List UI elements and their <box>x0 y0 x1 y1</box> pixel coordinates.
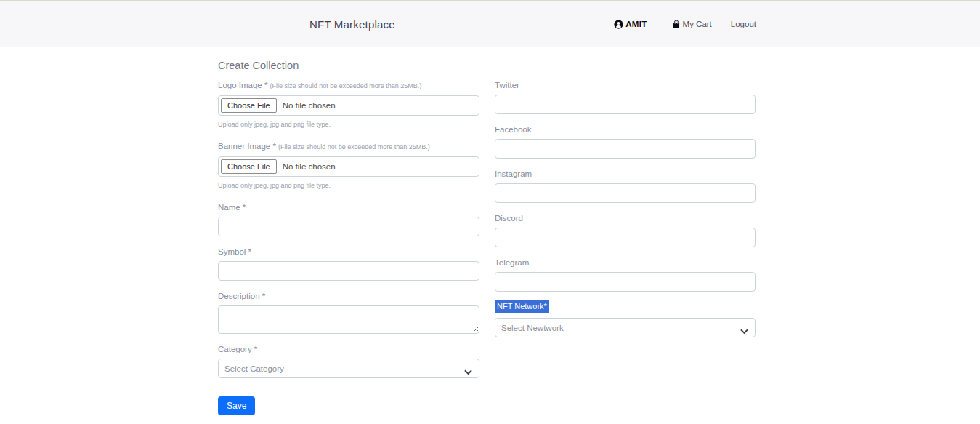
twitter-input[interactable] <box>495 95 756 114</box>
header-nav: AMIT My Cart Logout <box>614 1 756 47</box>
logo-image-label-text: Logo Image * <box>218 81 270 89</box>
save-button[interactable]: Save <box>218 396 255 415</box>
telegram-label: Telegram <box>495 258 756 268</box>
banner-helper-text: Upload only jpeg, jpg and png file type. <box>218 182 479 189</box>
discord-label: Discord <box>495 214 756 223</box>
nav-user-label: AMIT <box>625 20 647 28</box>
logo-image-group: Logo Image * (File size should not be ex… <box>218 81 479 128</box>
form-right-column: Twitter Facebook Instagram Discord Teleg… <box>495 81 756 415</box>
form-left-column: Logo Image * (File size should not be ex… <box>218 81 479 415</box>
description-group: Description * <box>218 292 479 334</box>
name-group: Name * <box>218 203 479 236</box>
instagram-label: Instagram <box>495 169 756 179</box>
page-title: Create Collection <box>218 60 980 71</box>
banner-image-label: Banner Image * (File size should not be … <box>218 142 479 152</box>
symbol-label: Symbol * <box>218 247 479 257</box>
nav-cart-label: My Cart <box>683 20 712 28</box>
telegram-group: Telegram <box>495 258 756 292</box>
logo-size-note: (File size should not be exceeded more t… <box>270 82 422 89</box>
instagram-input[interactable] <box>495 183 756 203</box>
banner-image-label-text: Banner Image * <box>218 142 278 151</box>
description-textarea[interactable] <box>218 305 479 334</box>
logo-file-input[interactable]: Choose File No file chosen <box>218 95 479 116</box>
logo-image-label: Logo Image * (File size should not be ex… <box>218 81 479 91</box>
banner-file-input[interactable]: Choose File No file chosen <box>218 156 479 177</box>
shopping-bag-icon <box>672 20 681 29</box>
name-label: Name * <box>218 203 479 212</box>
nav-my-cart[interactable]: My Cart <box>672 20 712 29</box>
nft-network-label: NFT Network* <box>495 300 549 313</box>
twitter-group: Twitter <box>495 81 756 114</box>
facebook-group: Facebook <box>495 125 756 159</box>
nav-logout[interactable]: Logout <box>731 20 756 28</box>
facebook-input[interactable] <box>495 139 756 159</box>
logo-helper-text: Upload only jpeg, jpg and png file type. <box>218 121 479 128</box>
nft-network-select[interactable]: Select Newtwork <box>495 318 756 337</box>
facebook-label: Facebook <box>495 125 756 135</box>
create-collection-page: Create Collection Logo Image * (File siz… <box>218 47 980 415</box>
telegram-input[interactable] <box>495 272 756 292</box>
banner-file-status: No file chosen <box>283 162 336 171</box>
name-input[interactable] <box>218 217 479 236</box>
nav-user[interactable]: AMIT <box>614 20 647 29</box>
category-select[interactable]: Select Category <box>218 359 479 378</box>
discord-group: Discord <box>495 214 756 247</box>
banner-image-group: Banner Image * (File size should not be … <box>218 142 479 189</box>
description-label: Description * <box>218 292 479 301</box>
symbol-group: Symbol * <box>218 247 479 281</box>
instagram-group: Instagram <box>495 169 756 203</box>
header: NFT Marketplace AMIT My Cart Lo <box>0 1 980 47</box>
logo-file-status: No file chosen <box>283 101 336 110</box>
logo-choose-file-button[interactable]: Choose File <box>221 98 277 113</box>
category-group: Category * Select Category <box>218 345 479 378</box>
twitter-label: Twitter <box>495 81 756 90</box>
banner-size-note: (File size should not be exceeded more t… <box>278 143 430 151</box>
user-circle-icon <box>614 20 623 29</box>
symbol-input[interactable] <box>218 261 479 281</box>
discord-input[interactable] <box>495 228 756 247</box>
banner-choose-file-button[interactable]: Choose File <box>221 159 277 174</box>
category-label: Category * <box>218 345 479 354</box>
nft-network-group: NFT Network* Select Newtwork <box>495 299 756 337</box>
brand-title[interactable]: NFT Marketplace <box>309 1 395 47</box>
